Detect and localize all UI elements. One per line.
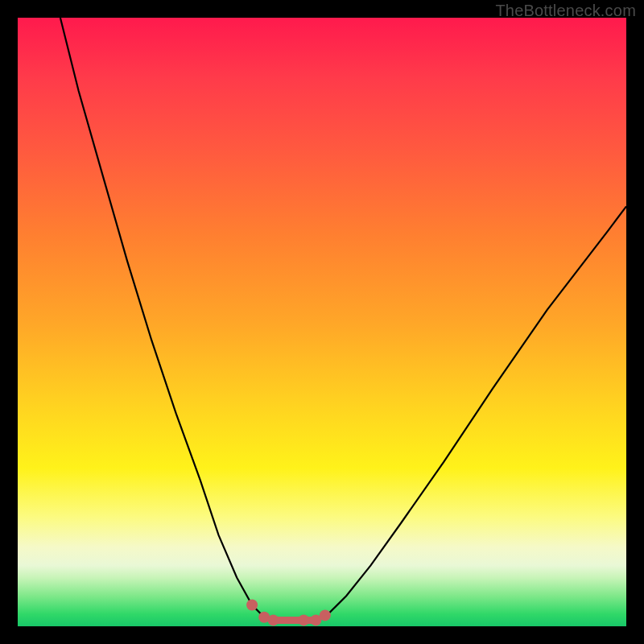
marker-dot [298, 614, 309, 625]
marker-dot [268, 614, 279, 625]
chart-frame: TheBottleneck.com [0, 0, 644, 644]
watermark-text: TheBottleneck.com [495, 2, 636, 20]
plot-area [18, 18, 626, 626]
curve-right [316, 206, 626, 620]
marker-dot [246, 600, 258, 611]
bottleneck-curve-svg [18, 18, 626, 626]
curve-left [60, 18, 274, 620]
marker-dot [320, 609, 331, 621]
